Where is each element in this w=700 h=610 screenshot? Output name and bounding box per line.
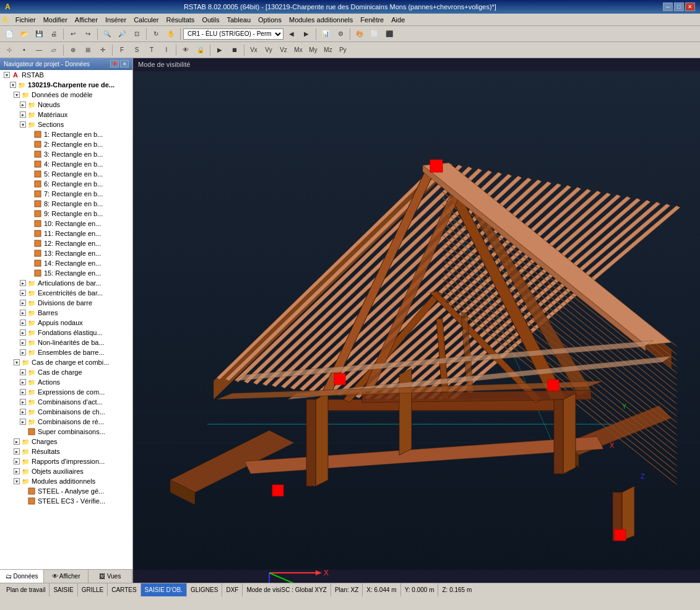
tab-vues[interactable]: 🖼 Vues	[89, 570, 132, 583]
expander-25[interactable]: ▸	[20, 339, 26, 346]
tree-item-40[interactable]: STEEL - Analyse gé...	[0, 486, 132, 496]
tab-donnees[interactable]: 🗂 Données	[0, 570, 44, 583]
tree-item-2[interactable]: ▸📁Matériaux	[0, 110, 132, 120]
status-saisie-ob[interactable]: SAISIE D'OB.	[141, 583, 187, 596]
viewport[interactable]: Mode de visibilité	[133, 58, 700, 583]
tree-item-22[interactable]: ▸📁Barres	[0, 308, 132, 318]
rotate-button[interactable]: ↻	[149, 27, 163, 41]
results-button[interactable]: 📊	[319, 27, 332, 41]
expander-38[interactable]: ▸	[14, 468, 20, 474]
snap-button[interactable]: ⊕	[66, 43, 80, 57]
menu-item-fenêtre[interactable]: Fenêtre	[356, 15, 387, 25]
tree-item-13[interactable]: 10: Rectangle en...	[0, 219, 132, 229]
close-button[interactable]: ✕	[685, 2, 695, 11]
menu-item-insérer[interactable]: Insérer	[102, 15, 130, 25]
menu-item-modules-additionnels[interactable]: Modules additionnels	[285, 15, 356, 25]
expander-37[interactable]: ▸	[14, 458, 20, 464]
vx-button[interactable]: Vx	[247, 43, 261, 57]
maximize-button[interactable]: □	[674, 2, 684, 11]
expander-0[interactable]: ▾	[14, 92, 20, 98]
tree-item-20[interactable]: ▸📁Excentricités de bar...	[0, 288, 132, 298]
tree-root[interactable]: ▾ A RSTAB	[0, 70, 132, 80]
tree-item-31[interactable]: ▸📁Combinaisons d'act...	[0, 397, 132, 407]
tree-item-17[interactable]: 14: Rectangle en...	[0, 258, 132, 268]
status-glignes[interactable]: GLIGNES	[187, 583, 222, 596]
mz-button[interactable]: Mz	[321, 43, 335, 57]
expander-1[interactable]: ▸	[20, 102, 26, 108]
tree-item-27[interactable]: ▾📁Cas de charge et combi...	[0, 357, 132, 367]
menu-item-fichier[interactable]: Fichier	[12, 15, 40, 25]
view-top-button[interactable]: T	[145, 43, 158, 57]
expander-39[interactable]: ▾	[14, 478, 20, 484]
project-expander[interactable]: ▾	[10, 82, 16, 88]
render-button[interactable]: 🎨	[353, 27, 366, 41]
vy-button[interactable]: Vy	[262, 43, 275, 57]
expander-22[interactable]: ▸	[20, 310, 26, 316]
tree-item-6[interactable]: 3: Rectangle en b...	[0, 149, 132, 159]
expander-31[interactable]: ▸	[20, 399, 26, 405]
axis-button[interactable]: ✛	[96, 43, 110, 57]
tree-item-16[interactable]: 13: Rectangle en...	[0, 248, 132, 258]
tree-item-10[interactable]: 7: Rectangle en b...	[0, 189, 132, 199]
tree-item-36[interactable]: ▸📁Résultats	[0, 447, 132, 456]
mx-button[interactable]: Mx	[292, 43, 305, 57]
expander-3[interactable]: ▾	[20, 121, 26, 128]
zoom-all-button[interactable]: ⊡	[130, 27, 144, 41]
open-button[interactable]: 📂	[17, 27, 31, 41]
expander-19[interactable]: ▸	[20, 280, 26, 286]
tree-item-9[interactable]: 6: Rectangle en b...	[0, 179, 132, 189]
expander-36[interactable]: ▸	[14, 448, 20, 455]
tree-item-34[interactable]: Super combinaisons...	[0, 427, 132, 437]
tree-item-29[interactable]: ▸📁Actions	[0, 377, 132, 387]
wireframe-button[interactable]: ⬜	[368, 27, 381, 41]
expander-26[interactable]: ▸	[20, 349, 26, 355]
solid-button[interactable]: ⬛	[382, 27, 396, 41]
tree-item-24[interactable]: ▸📁Fondations élastiqu...	[0, 328, 132, 338]
my-button[interactable]: My	[306, 43, 320, 57]
view-front-button[interactable]: F	[115, 43, 129, 57]
tree-item-33[interactable]: ▸📁Combinaisons de ré...	[0, 417, 132, 427]
tree-item-3[interactable]: ▾📁Sections	[0, 120, 132, 129]
tree-item-41[interactable]: STEEL EC3 - Vérifie...	[0, 496, 132, 506]
new-button[interactable]: 📄	[2, 27, 16, 41]
lock-button[interactable]: 🔒	[194, 43, 207, 57]
tree-item-28[interactable]: ▸📁Cas de charge	[0, 367, 132, 377]
surface-button[interactable]: ▱	[47, 43, 61, 57]
status-dxf[interactable]: DXF	[222, 583, 243, 596]
tree-item-12[interactable]: 9: Rectangle en b...	[0, 209, 132, 219]
expander-2[interactable]: ▸	[20, 111, 26, 118]
view-side-button[interactable]: S	[130, 43, 144, 57]
tree-item-7[interactable]: 4: Rectangle en b...	[0, 159, 132, 169]
status-saisie[interactable]: SAISIE	[50, 583, 77, 596]
load-case-combo[interactable]: CR1 - ÉLU (STR/GEO) - Perm	[183, 28, 283, 40]
menu-item-résultats[interactable]: Résultats	[163, 15, 199, 25]
menu-item-afficher[interactable]: Afficher	[71, 15, 102, 25]
tree-item-14[interactable]: 11: Rectangle en...	[0, 229, 132, 238]
tab-afficher[interactable]: 👁 Afficher	[44, 570, 88, 583]
calc-button[interactable]: ▶	[213, 43, 227, 57]
next-case-button[interactable]: ▶	[300, 27, 313, 41]
save-button[interactable]: 💾	[32, 27, 46, 41]
expander-29[interactable]: ▸	[20, 379, 26, 385]
tree-item-26[interactable]: ▸📁Ensembles de barre...	[0, 347, 132, 357]
zoom-out-button[interactable]: 🔎	[115, 27, 129, 41]
expander-24[interactable]: ▸	[20, 329, 26, 336]
visibility-button[interactable]: 👁	[179, 43, 192, 57]
expander-28[interactable]: ▸	[20, 369, 26, 375]
tree-item-1[interactable]: ▸📁Nœuds	[0, 100, 132, 110]
tree-item-15[interactable]: 12: Rectangle en...	[0, 238, 132, 248]
tree-item-39[interactable]: ▾📁Modules additionnels	[0, 476, 132, 486]
tree-item-30[interactable]: ▸📁Expressions de com...	[0, 387, 132, 397]
status-cartes[interactable]: CARTES	[108, 583, 140, 596]
redo-button[interactable]: ↪	[81, 27, 95, 41]
node-button[interactable]: •	[17, 43, 31, 57]
menu-item-outils[interactable]: Outils	[198, 15, 223, 25]
sidebar-pin-button[interactable]: 📌	[110, 60, 119, 68]
tree-item-11[interactable]: 8: Rectangle en b...	[0, 199, 132, 209]
expander-23[interactable]: ▸	[20, 320, 26, 326]
menu-item-modifier[interactable]: Modifier	[40, 15, 71, 25]
tree-item-4[interactable]: 1: Rectangle en b...	[0, 129, 132, 139]
minimize-button[interactable]: ─	[663, 2, 673, 11]
menu-item-aide[interactable]: Aide	[387, 15, 408, 25]
menu-item-tableau[interactable]: Tableau	[223, 15, 255, 25]
